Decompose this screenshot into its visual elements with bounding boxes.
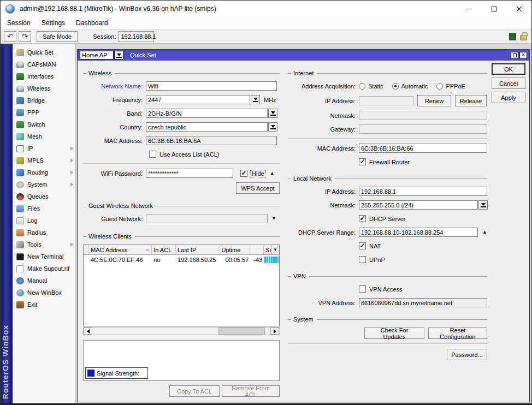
client-row[interactable]: 4C:5E:0C:70:EF:46 no 192.168.50.25 00:05… bbox=[84, 255, 279, 264]
band-select[interactable] bbox=[146, 109, 268, 118]
firewall-router-checkbox[interactable]: ✓ bbox=[359, 158, 366, 165]
remove-from-acl-button[interactable]: Remove From ACL bbox=[222, 385, 280, 397]
reset-configuration-button[interactable]: Reset Configuration bbox=[428, 327, 487, 339]
band-dropdown-icon[interactable] bbox=[268, 109, 277, 118]
sidebar-item-manual[interactable]: Manual bbox=[13, 275, 75, 287]
wifi-password-input[interactable] bbox=[146, 169, 233, 178]
column-signal-value[interactable] bbox=[250, 245, 264, 254]
password-button[interactable]: Password... bbox=[447, 349, 487, 360]
frequency-dropdown-icon[interactable] bbox=[251, 95, 260, 104]
apply-button[interactable]: Apply bbox=[492, 92, 525, 103]
sidebar-item-mesh[interactable]: Mesh bbox=[13, 130, 75, 142]
titlebar[interactable]: admin@192.168.88.1 (MikroTik) - WinBox v… bbox=[1, 1, 531, 17]
network-name-input[interactable] bbox=[146, 81, 277, 91]
pppoe-radio[interactable] bbox=[436, 83, 443, 90]
profile-dropdown-icon[interactable] bbox=[114, 51, 123, 59]
sidebar-item-label: Interfaces bbox=[27, 73, 54, 80]
minimize-button[interactable] bbox=[456, 1, 481, 17]
session-value-field[interactable]: 192.168.88.1 bbox=[118, 31, 154, 41]
sidebar-item-system[interactable]: System bbox=[13, 178, 75, 190]
lan-netmask-select[interactable] bbox=[359, 200, 478, 210]
wps-accept-button[interactable]: WPS Accept bbox=[236, 182, 280, 194]
sidebar-item-label: Switch bbox=[27, 121, 45, 128]
use-acl-checkbox[interactable]: ✓ bbox=[149, 151, 156, 158]
profile-value[interactable]: Home AP bbox=[80, 51, 114, 59]
sidebar-item-exit[interactable]: Exit bbox=[13, 299, 75, 311]
release-button[interactable]: Release bbox=[455, 95, 487, 106]
redo-button[interactable]: ↷ bbox=[19, 31, 31, 42]
sidebar-item-new-terminal[interactable]: New Terminal bbox=[13, 251, 75, 263]
sidebar-item-new-winbox[interactable]: New WinBox bbox=[13, 287, 75, 299]
column-uptime[interactable]: Uptime bbox=[220, 245, 251, 254]
bridge-icon bbox=[16, 97, 24, 104]
menu-settings[interactable]: Settings bbox=[36, 17, 70, 28]
undo-button[interactable]: ↶ bbox=[4, 31, 16, 42]
sidebar-item-supout[interactable]: Make Supout.rif bbox=[13, 263, 75, 275]
collapse-arrow-icon[interactable]: ▲ bbox=[482, 230, 487, 235]
sidebar-item-radius[interactable]: Radius bbox=[13, 227, 75, 239]
lan-ip-input[interactable] bbox=[359, 187, 487, 196]
column-last-ip[interactable]: Last IP bbox=[176, 245, 220, 254]
sidebar-item-queues[interactable]: Queues bbox=[13, 190, 75, 202]
sidebar-item-switch[interactable]: Switch bbox=[13, 118, 75, 130]
sidebar-item-tools[interactable]: Tools bbox=[13, 239, 75, 251]
column-sig[interactable]: Sig bbox=[264, 245, 271, 254]
check-for-updates-button[interactable]: Check For Updates bbox=[364, 327, 424, 339]
sidebar-item-log[interactable]: Log bbox=[13, 215, 75, 227]
country-select[interactable] bbox=[146, 122, 268, 132]
column-blank[interactable] bbox=[84, 245, 89, 254]
copy-to-acl-button[interactable]: Copy To ACL bbox=[169, 385, 220, 397]
sidebar-item-wireless[interactable]: Wireless bbox=[13, 82, 75, 94]
column-filter-button[interactable]: ▼ bbox=[271, 245, 279, 254]
hide-password-checkbox[interactable]: ✓ bbox=[240, 170, 247, 177]
guest-dropdown-icon[interactable]: ▼ bbox=[271, 216, 276, 221]
menu-session[interactable]: Session bbox=[2, 17, 36, 28]
close-button[interactable] bbox=[506, 1, 531, 17]
nat-checkbox[interactable]: ✓ bbox=[359, 242, 366, 249]
sidebar-item-ip[interactable]: IP bbox=[13, 142, 75, 154]
wan-mac-field[interactable] bbox=[359, 144, 487, 153]
quick-set-titlebar[interactable]: Home AP Quick Set × bbox=[78, 50, 529, 61]
scroll-thumb[interactable] bbox=[218, 327, 265, 335]
scroll-left-button[interactable] bbox=[84, 327, 92, 335]
divider bbox=[288, 138, 487, 139]
sidebar-item-mpls[interactable]: MPLS bbox=[13, 154, 75, 166]
collapse-arrow-icon[interactable]: ▲ bbox=[270, 171, 275, 176]
maximize-button[interactable] bbox=[481, 1, 506, 17]
safe-mode-button[interactable]: Safe Mode bbox=[37, 31, 78, 42]
sidebar-item-files[interactable]: Files bbox=[13, 202, 75, 215]
lan-netmask-dropdown-icon[interactable] bbox=[478, 200, 488, 210]
sidebar-item-routing[interactable]: Routing bbox=[13, 166, 75, 178]
scroll-track[interactable] bbox=[92, 327, 270, 335]
vpn-access-checkbox[interactable]: ✓ bbox=[359, 285, 366, 293]
automatic-radio[interactable] bbox=[392, 83, 399, 90]
renew-button[interactable]: Renew bbox=[417, 95, 451, 106]
secure-lock-icon bbox=[520, 35, 527, 40]
upnp-checkbox[interactable]: ✓ bbox=[359, 256, 366, 263]
qs-close-button[interactable]: × bbox=[519, 52, 527, 59]
scroll-right-button[interactable] bbox=[270, 327, 279, 335]
frequency-input[interactable] bbox=[146, 95, 250, 104]
sidebar-item-quick-set[interactable]: Quick Set bbox=[13, 46, 75, 58]
column-in-acl[interactable]: In ACL bbox=[152, 245, 176, 254]
country-dropdown-icon[interactable] bbox=[268, 122, 277, 132]
sidebar-item-interfaces[interactable]: Interfaces bbox=[13, 70, 75, 82]
automatic-label: Automatic bbox=[401, 83, 428, 90]
profile-combo[interactable]: Home AP bbox=[80, 51, 123, 59]
qs-maximize-button[interactable] bbox=[511, 52, 518, 59]
ok-button[interactable]: OK bbox=[492, 63, 525, 75]
sidebar-item-bridge[interactable]: Bridge bbox=[13, 94, 75, 106]
dhcp-server-checkbox[interactable]: ✓ bbox=[359, 215, 366, 222]
dhcp-range-input[interactable] bbox=[359, 228, 478, 237]
sidebar-item-capsman[interactable]: CAPsMAN bbox=[13, 58, 75, 70]
guest-group-header: Guest Wireless Network bbox=[83, 202, 280, 209]
vpn-group-header: VPN bbox=[288, 273, 487, 279]
password-row: Password... bbox=[359, 349, 487, 360]
table-horizontal-scrollbar[interactable] bbox=[83, 327, 280, 335]
column-mac-address[interactable]: MAC Address bbox=[89, 245, 152, 254]
menu-dashboard[interactable]: Dashboard bbox=[70, 17, 114, 28]
sidebar-item-ppp[interactable]: PPP bbox=[13, 106, 75, 118]
static-radio[interactable] bbox=[359, 83, 365, 90]
hide-password-label[interactable]: Hide bbox=[251, 170, 265, 177]
cancel-button[interactable]: Cancel bbox=[492, 78, 525, 89]
